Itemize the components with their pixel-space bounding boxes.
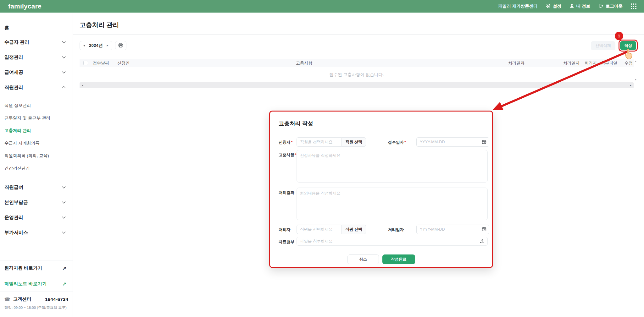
customer-center-block: ☎ 고객센터 1644-6734 평일: 09:00 ~ 18:00 (주말/공… [0,292,73,310]
sidebar-item-employees[interactable]: 직원관리 [0,80,73,95]
col-result: 처리결과 [508,60,563,66]
phone-icon: ☎ [4,297,10,302]
my-info-button[interactable]: 내 정보 [569,3,590,9]
external-link-icon: ↗ [62,281,66,287]
col-receipt-date: 접수날짜 [93,60,117,66]
print-button[interactable] [115,41,126,50]
sidebar-item-recipients[interactable]: 수급자 관리 [0,35,73,50]
col-grievance: 고충사항 [296,60,508,66]
sidebar-item-benefit[interactable]: 급여제공 [0,65,73,80]
result-textarea[interactable] [297,188,488,220]
app-root: familycare 패밀리 재가방문센터 설정 내 정보 [0,0,644,317]
app-logo[interactable]: familycare [8,3,42,10]
prev-year-button[interactable]: ◂ [83,44,85,47]
required-marker: * [404,140,406,145]
col-edit: 수정 [625,60,634,66]
my-info-label: 내 정보 [576,3,590,9]
sidebar-item-label: 일정관리 [4,54,23,60]
sidebar-subitem-employee-info[interactable]: 직원 정보관리 [0,99,73,112]
customer-center-hours: 평일: 09:00 ~ 18:00 (주말/공휴일 휴무) [4,305,68,310]
shortcut-label: 원격지원 바로가기 [4,265,42,271]
grievance-label: 고충사항* [279,150,297,183]
employee-submenu: 직원 정보관리 근무일지 및 출근부 관리 고충처리 관리 수급자 사례회의록 … [0,95,73,180]
customer-center-label: 고객센터 [13,296,31,302]
chevron-down-icon [62,215,65,218]
sidebar: 홈 수급자 관리 일정관리 급여제공 직원관리 직원 정보관리 근무일지 및 출… [0,13,73,317]
logout-button[interactable]: 로그아웃 [598,3,623,9]
select-all-checkbox[interactable] [83,61,88,65]
handler-input[interactable] [297,225,341,234]
receipt-date-group [416,137,489,147]
sidebar-subitem-grievance[interactable]: 고충처리 관리 [0,124,73,137]
select-staff-button[interactable]: 직원 선택 [341,225,366,234]
gear-icon [546,3,551,9]
sidebar-item-extra-services[interactable]: 부가서비스 [0,225,73,240]
applicant-label: 신청자* [279,137,297,147]
chevron-down-icon [62,185,65,188]
next-year-button[interactable]: ▸ [107,44,108,47]
delete-selected-button[interactable]: 선택삭제 [591,41,615,50]
grievance-create-modal: 고충처리 작성 신청자* 직원 선택 접수일자* [269,111,493,268]
scroll-down-icon[interactable]: ▾ [635,79,636,81]
sidebar-subitem-worklog[interactable]: 근무일지 및 출근부 관리 [0,112,73,124]
sidebar-item-label: 본인부담금 [4,199,28,205]
handler-input-group: 직원 선택 [297,225,366,234]
cancel-button[interactable]: 취소 [347,254,379,264]
settings-label: 설정 [553,3,561,9]
sidebar-subitem-health-check[interactable]: 건강검진관리 [0,162,73,175]
handling-date-input[interactable] [416,225,489,234]
handling-date-label: 처리일자 [388,225,409,234]
applicant-input-group: 직원 선택 [297,137,366,147]
sidebar-item-copay[interactable]: 본인부담금 [0,195,73,210]
chevron-down-icon [62,40,65,43]
submit-button[interactable]: 작성완료 [382,254,415,264]
customer-center-phone: 1644-6734 [45,297,68,302]
chevron-up-icon [62,86,65,90]
grievance-table: 접수날짜 신청인 고충사항 처리결과 처리일자 처리자 첨부파일 수정 접수된 … [80,59,638,88]
vertical-scrollbar[interactable]: ▴ ▾ [634,59,638,82]
external-link-icon: ↗ [62,265,66,271]
col-applicant: 신청인 [117,60,296,66]
grievance-textarea[interactable] [297,150,488,183]
scroll-right-icon[interactable]: ▸ [630,84,631,87]
scroll-left-icon[interactable]: ◂ [82,84,83,87]
modal-actions: 취소 작성완료 [270,254,492,264]
sidebar-item-label: 직원관리 [4,85,23,90]
apps-grid-icon[interactable] [631,3,636,9]
logout-icon [598,3,603,9]
modal-title: 고충처리 작성 [279,120,492,127]
create-button-annotation: 1 작성 [619,40,638,52]
top-nav: 패밀리 재가방문센터 설정 내 정보 로그아웃 [498,3,636,9]
hand-cursor-icon [624,48,634,61]
top-header: familycare 패밀리 재가방문센터 설정 내 정보 [0,0,644,13]
settings-button[interactable]: 설정 [546,3,561,9]
chevron-down-icon [62,230,65,233]
required-marker: * [291,140,293,145]
receipt-date-input[interactable] [416,137,489,147]
remote-support-shortcut[interactable]: 원격지원 바로가기 ↗ [0,260,73,276]
scroll-up-icon[interactable]: ▴ [635,60,636,63]
result-label: 처리결과 [279,188,297,220]
annotation-step-badge: 1 [615,32,623,40]
page-title: 고충처리 관리 [73,13,644,29]
sidebar-item-payroll[interactable]: 직원급여 [0,180,73,195]
sidebar-item-label: 직원급여 [4,184,23,190]
horizontal-scrollbar[interactable]: ◂ ▸ [80,82,634,88]
sidebar-item-schedule[interactable]: 일정관리 [0,50,73,65]
center-name[interactable]: 패밀리 재가방문센터 [498,3,537,9]
sidebar-item-label: 부가서비스 [4,230,28,236]
chevron-down-icon [62,55,65,58]
handling-date-group [416,225,489,234]
chevron-down-icon [62,70,65,73]
col-attachment: 첨부파일 [601,60,625,66]
sidebar-subitem-case-meeting[interactable]: 수급자 사례회의록 [0,137,73,150]
sidebar-item-label: 수급자 관리 [4,39,29,45]
sidebar-item-operations[interactable]: 운영관리 [0,210,73,225]
sidebar-subitem-staff-meeting[interactable]: 직원회의록 (회의, 교육) [0,150,73,162]
select-staff-button[interactable]: 직원 선택 [341,137,366,147]
attachment-input[interactable] [297,237,488,246]
familynote-shortcut[interactable]: 패밀리노트 바로가기 ↗ [0,276,73,292]
sidebar-item-home[interactable]: 홈 [0,21,73,35]
applicant-input[interactable] [297,137,341,147]
col-handling-date: 처리일자 [563,60,585,66]
